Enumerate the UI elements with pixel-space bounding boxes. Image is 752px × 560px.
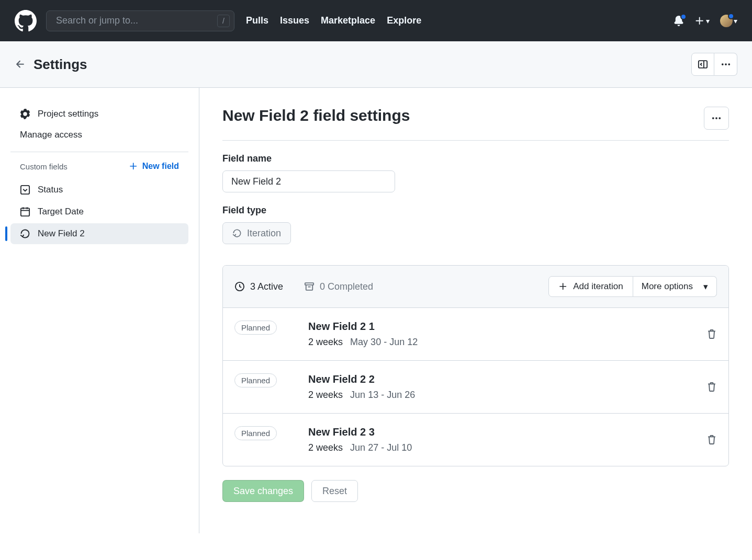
reset-button[interactable]: Reset (311, 480, 358, 502)
calendar-icon (20, 207, 30, 217)
field-name-label: Field name (222, 153, 729, 164)
svg-point-2 (721, 63, 723, 65)
field-more-button[interactable] (704, 107, 729, 130)
custom-fields-header: Custom fields New field (10, 162, 188, 178)
iterations-panel: 3 Active 0 Completed Add iteration More … (222, 265, 729, 466)
add-iteration-button[interactable]: Add iteration (548, 276, 633, 297)
new-field-label: New field (142, 162, 179, 171)
field-name-input[interactable] (222, 170, 395, 192)
iteration-body: New Field 2 3 2 weeks Jun 27 - Jul 10 (308, 426, 706, 453)
tab-label: 3 Active (250, 281, 283, 292)
svg-point-11 (715, 117, 717, 119)
sidebar-field-new-field-2[interactable]: New Field 2 (10, 223, 188, 244)
iteration-duration: 2 weeks (308, 442, 343, 453)
iterations-header: 3 Active 0 Completed Add iteration More … (223, 266, 728, 308)
trash-icon (706, 329, 717, 339)
iteration-actions: Add iteration More options ▾ (548, 276, 717, 297)
clock-icon (234, 281, 245, 292)
iteration-body: New Field 2 1 2 weeks May 30 - Jun 12 (308, 321, 706, 348)
planned-badge: Planned (234, 426, 277, 440)
sidebar-project-settings[interactable]: Project settings (10, 104, 188, 124)
planned-badge: Planned (234, 321, 277, 335)
trash-icon (706, 435, 717, 445)
add-iteration-label: Add iteration (573, 281, 623, 292)
svg-rect-5 (21, 186, 29, 194)
iteration-row: Planned New Field 2 1 2 weeks May 30 - J… (223, 308, 728, 361)
iteration-body: New Field 2 2 2 weeks Jun 13 - Jun 26 (308, 373, 706, 401)
plus-icon (558, 282, 568, 291)
iteration-title: New Field 2 2 (308, 373, 706, 385)
footer-actions: Save changes Reset (222, 480, 729, 502)
content-title: New Field 2 field settings (222, 107, 410, 124)
more-menu-button[interactable] (714, 53, 737, 76)
iteration-icon (20, 228, 30, 239)
iteration-icon (232, 228, 242, 238)
svg-rect-14 (305, 283, 313, 285)
avatar-dot-icon (728, 13, 734, 19)
caret-down-icon: ▾ (703, 281, 708, 292)
nav-pulls[interactable]: Pulls (246, 15, 268, 26)
field-label: Status (38, 185, 63, 195)
slash-key-icon: / (217, 15, 230, 27)
search-box[interactable]: / (46, 10, 234, 31)
nav-explore[interactable]: Explore (387, 15, 421, 26)
iteration-row: Planned New Field 2 2 2 weeks Jun 13 - J… (223, 361, 728, 414)
plus-icon (129, 162, 138, 171)
iteration-row: Planned New Field 2 3 2 weeks Jun 27 - J… (223, 414, 728, 466)
nav-links: Pulls Issues Marketplace Explore (246, 15, 421, 26)
sidebar-label: Manage access (20, 130, 82, 140)
caret-down-icon: ▾ (734, 17, 737, 25)
svg-point-12 (719, 117, 721, 119)
panel-toggle-button[interactable] (691, 53, 714, 76)
tab-label: 0 Completed (320, 281, 373, 292)
field-name-group: Field name (222, 153, 729, 192)
avatar (720, 15, 733, 27)
new-field-button[interactable]: New field (129, 162, 179, 171)
iteration-title: New Field 2 1 (308, 321, 706, 333)
iteration-meta: 2 weeks May 30 - Jun 12 (308, 337, 706, 348)
top-bar-right: ▾ ▾ (674, 15, 737, 27)
main: Project settings Manage access Custom fi… (0, 88, 752, 533)
sidebar-field-target-date[interactable]: Target Date (10, 201, 188, 222)
sub-header: Settings (0, 41, 752, 88)
iteration-duration: 2 weeks (308, 390, 343, 401)
github-logo[interactable] (15, 10, 37, 32)
notification-dot-icon (680, 14, 687, 20)
sidebar-field-status[interactable]: Status (10, 179, 188, 200)
tab-active[interactable]: 3 Active (234, 281, 283, 292)
field-type-pill: Iteration (222, 222, 291, 244)
content: New Field 2 field settings Field name Fi… (199, 88, 752, 533)
divider (10, 152, 188, 152)
back-arrow-icon[interactable] (15, 59, 26, 70)
iteration-dates: Jun 13 - Jun 26 (350, 390, 415, 401)
tab-completed[interactable]: 0 Completed (304, 281, 373, 292)
iteration-meta: 2 weeks Jun 27 - Jul 10 (308, 442, 706, 453)
delete-iteration-button[interactable] (706, 435, 717, 445)
more-options-button[interactable]: More options ▾ (633, 276, 717, 297)
content-header: New Field 2 field settings (222, 107, 729, 141)
caret-down-icon: ▾ (706, 17, 710, 25)
user-menu[interactable]: ▾ (720, 15, 737, 27)
field-type-value: Iteration (247, 228, 281, 239)
nav-issues[interactable]: Issues (280, 15, 309, 26)
iteration-dates: May 30 - Jun 12 (350, 337, 418, 348)
create-new-button[interactable]: ▾ (694, 16, 710, 26)
svg-rect-6 (21, 208, 29, 216)
nav-marketplace[interactable]: Marketplace (321, 15, 375, 26)
search-input[interactable] (56, 15, 217, 26)
section-title: Custom fields (20, 162, 68, 171)
archive-icon (304, 281, 315, 292)
notifications-button[interactable] (674, 16, 684, 26)
delete-iteration-button[interactable] (706, 382, 717, 392)
save-button[interactable]: Save changes (222, 480, 304, 502)
svg-point-10 (712, 117, 714, 119)
iteration-meta: 2 weeks Jun 13 - Jun 26 (308, 390, 706, 401)
planned-badge: Planned (234, 373, 277, 387)
field-label: Target Date (38, 207, 84, 217)
delete-iteration-button[interactable] (706, 329, 717, 339)
sidebar-manage-access[interactable]: Manage access (10, 124, 188, 145)
top-bar: / Pulls Issues Marketplace Explore ▾ ▾ (0, 0, 752, 41)
sidebar-label: Project settings (38, 109, 98, 119)
svg-point-4 (728, 63, 730, 65)
sub-header-actions (691, 53, 737, 76)
